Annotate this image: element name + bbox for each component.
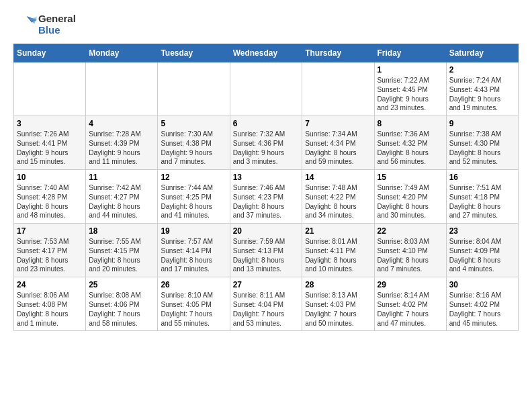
- day-info: Sunrise: 7:22 AM Sunset: 4:45 PM Dayligh…: [378, 76, 443, 113]
- day-number: 14: [305, 173, 371, 182]
- calendar-cell: 12Sunrise: 7:44 AM Sunset: 4:25 PM Dayli…: [158, 170, 230, 224]
- day-info: Sunrise: 7:38 AM Sunset: 4:30 PM Dayligh…: [449, 130, 515, 167]
- day-number: 7: [305, 119, 371, 128]
- calendar-cell: 6Sunrise: 7:32 AM Sunset: 4:36 PM Daylig…: [230, 116, 302, 170]
- weekday-header: Tuesday: [158, 44, 230, 62]
- day-info: Sunrise: 7:55 AM Sunset: 4:15 PM Dayligh…: [89, 237, 154, 274]
- day-info: Sunrise: 8:08 AM Sunset: 4:06 PM Dayligh…: [89, 291, 154, 328]
- logo-line2: Blue: [38, 25, 76, 36]
- day-number: 5: [161, 119, 226, 128]
- calendar-cell: 13Sunrise: 7:46 AM Sunset: 4:23 PM Dayli…: [230, 170, 302, 224]
- calendar-cell: [86, 62, 158, 116]
- day-info: Sunrise: 7:49 AM Sunset: 4:20 PM Dayligh…: [378, 183, 443, 220]
- calendar-cell: 5Sunrise: 7:30 AM Sunset: 4:38 PM Daylig…: [158, 116, 230, 170]
- calendar-cell: 7Sunrise: 7:34 AM Sunset: 4:34 PM Daylig…: [302, 116, 374, 170]
- day-info: Sunrise: 7:53 AM Sunset: 4:17 PM Dayligh…: [17, 237, 83, 274]
- logo-bird-icon: [13, 13, 37, 37]
- day-info: Sunrise: 7:51 AM Sunset: 4:18 PM Dayligh…: [449, 183, 515, 220]
- day-number: 17: [17, 226, 83, 236]
- calendar-cell: 28Sunrise: 8:13 AM Sunset: 4:03 PM Dayli…: [302, 277, 374, 331]
- calendar-cell: 8Sunrise: 7:36 AM Sunset: 4:32 PM Daylig…: [374, 116, 446, 170]
- day-number: 24: [17, 280, 83, 289]
- weekday-header: Monday: [86, 44, 158, 62]
- day-info: Sunrise: 7:32 AM Sunset: 4:36 PM Dayligh…: [233, 130, 300, 167]
- day-number: 10: [17, 173, 83, 182]
- day-number: 21: [305, 226, 371, 236]
- day-info: Sunrise: 7:40 AM Sunset: 4:28 PM Dayligh…: [17, 183, 83, 220]
- calendar-cell: 24Sunrise: 8:06 AM Sunset: 4:08 PM Dayli…: [14, 277, 86, 331]
- weekday-header: Wednesday: [230, 44, 302, 62]
- day-info: Sunrise: 7:34 AM Sunset: 4:34 PM Dayligh…: [305, 130, 371, 167]
- day-info: Sunrise: 7:26 AM Sunset: 4:41 PM Dayligh…: [17, 130, 83, 167]
- calendar-cell: 23Sunrise: 8:04 AM Sunset: 4:09 PM Dayli…: [446, 224, 518, 277]
- day-info: Sunrise: 7:42 AM Sunset: 4:27 PM Dayligh…: [89, 183, 154, 220]
- day-number: 25: [89, 280, 154, 289]
- calendar-cell: 1Sunrise: 7:22 AM Sunset: 4:45 PM Daylig…: [374, 62, 446, 116]
- weekday-header: Saturday: [446, 44, 518, 62]
- calendar-cell: 15Sunrise: 7:49 AM Sunset: 4:20 PM Dayli…: [374, 170, 446, 224]
- day-number: 8: [378, 119, 443, 128]
- calendar-cell: 2Sunrise: 7:24 AM Sunset: 4:43 PM Daylig…: [446, 62, 518, 116]
- day-info: Sunrise: 7:30 AM Sunset: 4:38 PM Dayligh…: [161, 130, 226, 167]
- day-info: Sunrise: 8:01 AM Sunset: 4:11 PM Dayligh…: [305, 237, 371, 274]
- day-number: 28: [305, 280, 371, 289]
- calendar-cell: 19Sunrise: 7:57 AM Sunset: 4:14 PM Dayli…: [158, 224, 230, 277]
- calendar-cell: 16Sunrise: 7:51 AM Sunset: 4:18 PM Dayli…: [446, 170, 518, 224]
- day-info: Sunrise: 8:13 AM Sunset: 4:03 PM Dayligh…: [305, 291, 371, 328]
- day-info: Sunrise: 7:48 AM Sunset: 4:22 PM Dayligh…: [305, 183, 371, 220]
- day-info: Sunrise: 8:03 AM Sunset: 4:10 PM Dayligh…: [378, 237, 443, 274]
- day-number: 16: [449, 173, 515, 182]
- day-info: Sunrise: 7:28 AM Sunset: 4:39 PM Dayligh…: [89, 130, 154, 167]
- day-number: 23: [449, 226, 515, 236]
- logo-line1: General: [38, 13, 76, 25]
- day-number: 19: [161, 226, 226, 236]
- day-info: Sunrise: 8:14 AM Sunset: 4:02 PM Dayligh…: [378, 291, 443, 328]
- weekday-header: Friday: [374, 44, 446, 62]
- day-number: 11: [89, 173, 154, 182]
- day-number: 6: [233, 119, 300, 128]
- day-number: 30: [449, 280, 515, 289]
- calendar-cell: 22Sunrise: 8:03 AM Sunset: 4:10 PM Dayli…: [374, 224, 446, 277]
- day-info: Sunrise: 8:11 AM Sunset: 4:04 PM Dayligh…: [233, 291, 300, 328]
- calendar-table: SundayMondayTuesdayWednesdayThursdayFrid…: [13, 44, 519, 331]
- day-info: Sunrise: 8:06 AM Sunset: 4:08 PM Dayligh…: [17, 291, 83, 328]
- weekday-header: Sunday: [14, 44, 86, 62]
- calendar-cell: [14, 62, 86, 116]
- weekday-header: Thursday: [302, 44, 374, 62]
- page-header: General Blue: [13, 13, 519, 37]
- day-number: 4: [89, 119, 154, 128]
- day-number: 20: [233, 226, 300, 236]
- calendar-cell: 25Sunrise: 8:08 AM Sunset: 4:06 PM Dayli…: [86, 277, 158, 331]
- logo-wordmark: General Blue: [38, 13, 76, 36]
- logo: General Blue: [13, 13, 76, 37]
- calendar-cell: 21Sunrise: 8:01 AM Sunset: 4:11 PM Dayli…: [302, 224, 374, 277]
- calendar-cell: [230, 62, 302, 116]
- day-info: Sunrise: 7:36 AM Sunset: 4:32 PM Dayligh…: [378, 130, 443, 167]
- calendar-cell: [302, 62, 374, 116]
- calendar-cell: 14Sunrise: 7:48 AM Sunset: 4:22 PM Dayli…: [302, 170, 374, 224]
- day-number: 9: [449, 119, 515, 128]
- day-number: 15: [378, 173, 443, 182]
- day-info: Sunrise: 7:57 AM Sunset: 4:14 PM Dayligh…: [161, 237, 226, 274]
- calendar-cell: 17Sunrise: 7:53 AM Sunset: 4:17 PM Dayli…: [14, 224, 86, 277]
- calendar-cell: 20Sunrise: 7:59 AM Sunset: 4:13 PM Dayli…: [230, 224, 302, 277]
- calendar-cell: 3Sunrise: 7:26 AM Sunset: 4:41 PM Daylig…: [14, 116, 86, 170]
- day-info: Sunrise: 7:59 AM Sunset: 4:13 PM Dayligh…: [233, 237, 300, 274]
- day-info: Sunrise: 8:10 AM Sunset: 4:05 PM Dayligh…: [161, 291, 226, 328]
- day-number: 2: [449, 65, 515, 75]
- calendar-cell: 9Sunrise: 7:38 AM Sunset: 4:30 PM Daylig…: [446, 116, 518, 170]
- day-number: 12: [161, 173, 226, 182]
- day-info: Sunrise: 7:44 AM Sunset: 4:25 PM Dayligh…: [161, 183, 226, 220]
- calendar-cell: 10Sunrise: 7:40 AM Sunset: 4:28 PM Dayli…: [14, 170, 86, 224]
- calendar-cell: [158, 62, 230, 116]
- day-number: 27: [233, 280, 300, 289]
- calendar-cell: 30Sunrise: 8:16 AM Sunset: 4:02 PM Dayli…: [446, 277, 518, 331]
- day-info: Sunrise: 8:04 AM Sunset: 4:09 PM Dayligh…: [449, 237, 515, 274]
- day-number: 3: [17, 119, 83, 128]
- calendar-cell: 26Sunrise: 8:10 AM Sunset: 4:05 PM Dayli…: [158, 277, 230, 331]
- day-number: 1: [378, 65, 443, 75]
- calendar-cell: 27Sunrise: 8:11 AM Sunset: 4:04 PM Dayli…: [230, 277, 302, 331]
- calendar-cell: 29Sunrise: 8:14 AM Sunset: 4:02 PM Dayli…: [374, 277, 446, 331]
- day-number: 22: [378, 226, 443, 236]
- calendar-cell: 18Sunrise: 7:55 AM Sunset: 4:15 PM Dayli…: [86, 224, 158, 277]
